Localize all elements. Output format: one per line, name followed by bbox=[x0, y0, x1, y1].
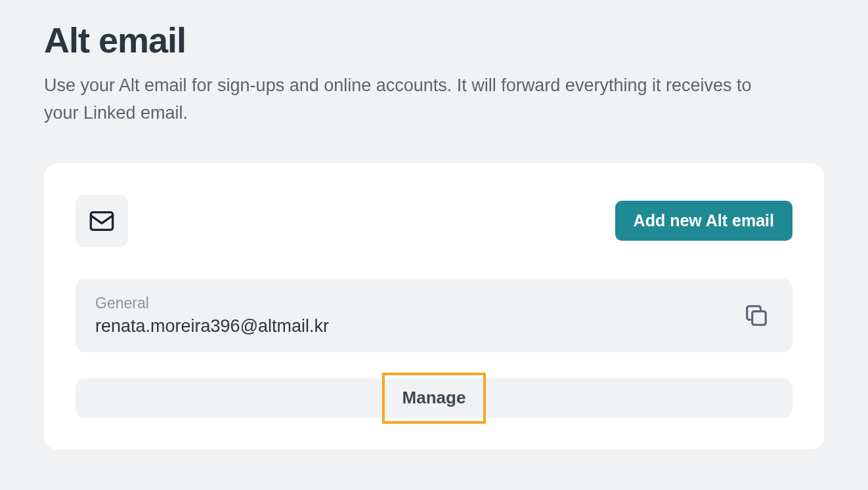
mail-icon-box bbox=[76, 195, 128, 247]
alt-email-row: General renata.moreira396@altmail.kr bbox=[76, 279, 792, 352]
manage-row: Manage bbox=[76, 378, 792, 418]
mail-icon bbox=[89, 208, 115, 234]
copy-email-button[interactable] bbox=[740, 299, 773, 332]
svg-rect-1 bbox=[752, 311, 766, 325]
card-header: Add new Alt email bbox=[76, 195, 792, 247]
manage-button[interactable]: Manage bbox=[383, 376, 486, 420]
copy-icon bbox=[744, 303, 769, 328]
page-description: Use your Alt email for sign-ups and onli… bbox=[44, 72, 779, 127]
email-label: General bbox=[95, 295, 329, 312]
add-new-alt-email-button[interactable]: Add new Alt email bbox=[615, 201, 792, 241]
page-title: Alt email bbox=[44, 20, 824, 60]
email-value: renata.moreira396@altmail.kr bbox=[95, 316, 329, 337]
svg-rect-0 bbox=[91, 212, 112, 230]
email-info: General renata.moreira396@altmail.kr bbox=[95, 295, 329, 337]
alt-email-card: Add new Alt email General renata.moreira… bbox=[44, 163, 824, 449]
